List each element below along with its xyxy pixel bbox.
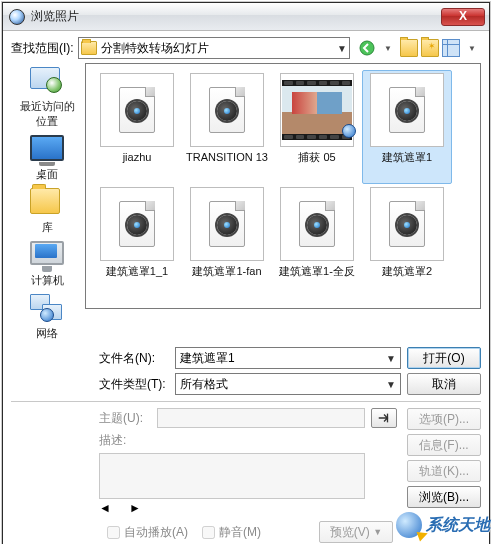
autoplay-checkbox[interactable]: 自动播放(A) (107, 524, 188, 541)
folder-icon (81, 41, 97, 55)
filetype-combo[interactable]: 所有格式 ▼ (175, 373, 401, 395)
chevron-down-icon: ▼ (337, 43, 347, 54)
file-list[interactable]: jiazhuTRANSITION 13捕获 05建筑遮罩1建筑遮罩1_1建筑遮罩… (85, 63, 481, 309)
close-button[interactable]: X (441, 8, 485, 26)
file-item[interactable]: 建筑遮罩1 (362, 70, 452, 184)
brand-text: 系统天地 (426, 515, 490, 536)
view-dropdown-icon[interactable]: ▼ (463, 39, 481, 57)
back-dropdown-icon[interactable]: ▼ (379, 39, 397, 57)
file-thumbnail (280, 187, 354, 261)
places-libraries[interactable]: 库 (15, 188, 79, 235)
track-button[interactable]: 轨道(K)... (407, 460, 481, 482)
desktop-icon (30, 135, 64, 165)
places-desktop[interactable]: 桌面 (15, 135, 79, 182)
new-folder-icon[interactable]: ✶ (421, 39, 439, 57)
file-item[interactable]: TRANSITION 13 (182, 70, 272, 184)
filename-label: 文件名(N): (99, 350, 169, 367)
file-thumbnail (280, 73, 354, 147)
file-item[interactable]: 建筑遮罩2 (362, 184, 452, 298)
lookin-combo[interactable]: 分割特效转场幻灯片 ▼ (78, 37, 350, 59)
file-label: TRANSITION 13 (185, 151, 269, 164)
subject-input (157, 408, 365, 428)
lookin-row: 查找范围(I): 分割特效转场幻灯片 ▼ ▼ ✶ ▼ (11, 37, 481, 59)
middle-pane: 最近访问的位置 桌面 库 计算机 网络 j (11, 63, 481, 341)
mute-checkbox-input[interactable] (202, 526, 215, 539)
scroll-right-icon[interactable]: ► (129, 501, 141, 515)
mute-checkbox[interactable]: 静音(M) (202, 524, 261, 541)
back-icon[interactable] (358, 39, 376, 57)
preview-button[interactable]: 预览(V) ▼ (319, 521, 393, 543)
filename-combo[interactable]: 建筑遮罩1 ▼ (175, 347, 401, 369)
file-item[interactable]: jiazhu (92, 70, 182, 184)
places-network-label: 网络 (15, 326, 79, 341)
file-label: 捕获 05 (275, 151, 359, 164)
chevron-down-icon: ▼ (386, 353, 396, 364)
browse-dialog: 浏览照片 X 查找范围(I): 分割特效转场幻灯片 ▼ ▼ ✶ (2, 2, 490, 544)
computer-icon (30, 241, 64, 271)
file-label: 建筑遮罩1-fan (185, 265, 269, 278)
file-thumbnail (370, 187, 444, 261)
file-thumbnail (100, 187, 174, 261)
apply-arrow-button[interactable] (371, 408, 397, 428)
open-button[interactable]: 打开(O) (407, 347, 481, 369)
file-thumbnail (100, 73, 174, 147)
filetype-value: 所有格式 (180, 376, 228, 393)
places-bar: 最近访问的位置 桌面 库 计算机 网络 (11, 63, 83, 341)
file-item[interactable]: 建筑遮罩1-全反 (272, 184, 362, 298)
places-recent[interactable]: 最近访问的位置 (15, 67, 79, 129)
libraries-icon (30, 188, 64, 218)
recent-locations-icon (30, 67, 64, 97)
dialog-body: 查找范围(I): 分割特效转场幻灯片 ▼ ▼ ✶ ▼ (3, 31, 489, 544)
autoplay-checkbox-input[interactable] (107, 526, 120, 539)
preview-button-label: 预览(V) (330, 524, 370, 541)
file-item[interactable]: 建筑遮罩1_1 (92, 184, 182, 298)
file-label: 建筑遮罩1_1 (95, 265, 179, 278)
options-button[interactable]: 选项(P)... (407, 408, 481, 430)
subject-label: 主题(U): (99, 410, 151, 427)
watermark-brand: 系统天地 (396, 512, 490, 538)
places-network[interactable]: 网络 (15, 294, 79, 341)
view-menu-icon[interactable] (442, 39, 460, 57)
filetype-label: 文件类型(T): (99, 376, 169, 393)
info-button[interactable]: 信息(F)... (407, 434, 481, 456)
up-one-level-icon[interactable] (400, 39, 418, 57)
brand-globe-icon (396, 512, 422, 538)
nav-toolbar: ▼ ✶ ▼ (358, 39, 481, 57)
file-label: jiazhu (95, 151, 179, 164)
file-thumbnail (190, 187, 264, 261)
file-item[interactable]: 捕获 05 (272, 70, 362, 184)
titlebar[interactable]: 浏览照片 X (3, 3, 489, 31)
filename-value: 建筑遮罩1 (180, 350, 235, 367)
autoplay-label: 自动播放(A) (124, 524, 188, 541)
description-textarea (99, 453, 365, 499)
file-label: 建筑遮罩2 (365, 265, 449, 278)
description-label: 描述: (99, 432, 151, 449)
scroll-left-icon[interactable]: ◄ (99, 501, 111, 515)
description-scrollers: ◄ ► (99, 501, 365, 515)
lookin-folder-name: 分割特效转场幻灯片 (101, 40, 209, 57)
file-thumbnail (370, 73, 444, 147)
file-item[interactable]: 建筑遮罩1-fan (182, 184, 272, 298)
places-computer-label: 计算机 (15, 273, 79, 288)
svg-point-0 (360, 41, 374, 55)
file-thumbnail (190, 73, 264, 147)
cancel-button[interactable]: 取消 (407, 373, 481, 395)
lookin-label: 查找范围(I): (11, 40, 74, 57)
places-recent-label: 最近访问的位置 (15, 99, 79, 129)
browse-button[interactable]: 浏览(B)... (407, 486, 481, 508)
places-libraries-label: 库 (15, 220, 79, 235)
filename-filetype-rows: 文件名(N): 建筑遮罩1 ▼ 打开(O) 文件类型(T): 所有格式 ▼ 取消 (11, 347, 481, 395)
window-title: 浏览照片 (31, 8, 441, 25)
chevron-down-icon: ▼ (386, 379, 396, 390)
chevron-down-icon: ▼ (373, 527, 382, 537)
places-desktop-label: 桌面 (15, 167, 79, 182)
lower-panel: 主题(U): 描述: ◄ ► 选项(P)... 信息(F)... (11, 408, 481, 515)
file-label: 建筑遮罩1-全反 (275, 265, 359, 278)
section-divider (11, 401, 481, 402)
network-icon (30, 294, 64, 324)
file-label: 建筑遮罩1 (365, 151, 449, 164)
places-computer[interactable]: 计算机 (15, 241, 79, 288)
mute-label: 静音(M) (219, 524, 261, 541)
app-icon (9, 9, 25, 25)
